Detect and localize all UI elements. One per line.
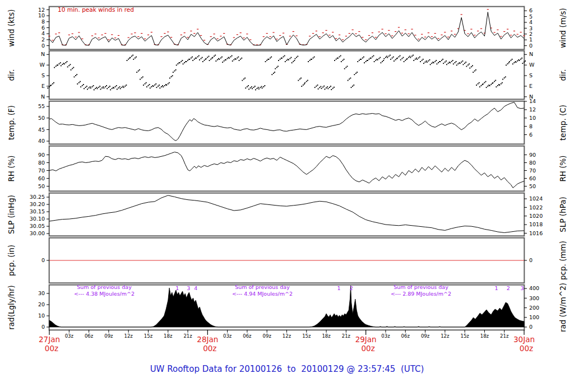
time-axis: 03z06z09z12z15z18z21z03z06z09z12z15z18z2… xyxy=(39,330,535,353)
ytick-right-temp: 10 xyxy=(529,115,536,121)
ytick-left-pcp: 0 xyxy=(41,257,45,263)
hour-tick-label: 18z xyxy=(480,333,489,339)
hour-tick-label: 03z xyxy=(65,333,74,339)
day-label-hour: 00z xyxy=(203,344,216,353)
page-title: UW Rooftop Data for 20100126 to 20100129… xyxy=(150,364,424,374)
hour-tick-label: 15z xyxy=(460,333,469,339)
ytick-left-slp: 30.10 xyxy=(30,216,45,222)
hour-tick-label: 21z xyxy=(342,333,351,339)
axis-title-temp-c: temp. (C) xyxy=(558,105,567,141)
panel-slp: 30.0030.0530.1030.1530.2030.251016101810… xyxy=(30,193,543,236)
radiation-sum-day2: Sum of previous day <--- 4.94 MJoules/m^… xyxy=(232,284,293,297)
day-label: 28Jan xyxy=(197,335,218,344)
hour-tick-label: 09z xyxy=(263,333,272,339)
hour-tick-label: 18z xyxy=(322,333,331,339)
day-label-hour: 00z xyxy=(45,344,58,353)
sum-line1: Sum of previous day xyxy=(394,284,448,290)
ytick-right-slp: 1018 xyxy=(529,221,543,227)
ytick-right-wind: 2 xyxy=(529,31,533,37)
axis-title-slp-hpa: SLP (hPa) xyxy=(558,197,567,232)
ytick-left-temp: 40 xyxy=(38,138,45,144)
ytick-left-rh: 60 xyxy=(38,175,45,181)
hour-tick-label: 09z xyxy=(104,333,113,339)
day-label: 30Jan xyxy=(513,335,535,344)
axis-title-rad-lgly: rad(Lgly/hr) xyxy=(7,285,16,329)
ytick-left-slp: 30.15 xyxy=(30,208,45,214)
hour-tick-label: 06z xyxy=(401,333,410,339)
ytick-right-wind: 0 xyxy=(529,43,533,49)
ytick-right-temp: 8 xyxy=(529,123,533,129)
ytick-right-dir: N xyxy=(529,51,533,57)
panel-temp: 4045505568101214 xyxy=(38,98,536,144)
flag-number: 3 xyxy=(187,285,190,291)
ytick-right-wind: 1 xyxy=(529,36,533,43)
ytick-right-rh: 70 xyxy=(529,167,536,174)
day-label-hour: 00z xyxy=(520,344,533,353)
radiation-sum-day3: Sum of previous day <--- 2.89 MJoules/m^… xyxy=(391,284,451,297)
ytick-right-slp: 1020 xyxy=(529,213,543,219)
ytick-right-rh: 90 xyxy=(529,152,536,158)
axis-title-dir-right: dir. xyxy=(558,69,567,81)
hour-tick-label: 12z xyxy=(441,333,450,339)
ytick-right-slp: 1016 xyxy=(529,230,543,236)
hour-tick-label: 12z xyxy=(283,333,291,339)
ytick-right-pcp: 0 xyxy=(529,257,533,263)
axis-title-dir-left: dir. xyxy=(7,69,16,81)
flag-number: 1 xyxy=(337,285,340,291)
ytick-right-slp: 1024 xyxy=(529,195,543,202)
flag-number: 4 xyxy=(194,285,197,291)
ytick-left-rh: 50 xyxy=(38,183,45,189)
ytick-right-dir: S xyxy=(529,72,533,78)
hour-tick-label: 03z xyxy=(381,333,390,339)
radiation-sum-day1: Sum of previous day <--- 4.38 MJoules/m^… xyxy=(74,284,135,297)
axis-title-wind-kts: wind (kts) xyxy=(7,10,16,47)
flag-number: 2 xyxy=(507,285,510,291)
ytick-left-wind: 0 xyxy=(41,43,45,49)
ytick-right-dir: E xyxy=(529,83,533,89)
sum-line1: Sum of previous day xyxy=(77,284,132,290)
ytick-left-rad: 30 xyxy=(38,290,45,296)
ytick-left-dir: S xyxy=(41,72,45,78)
flag-number: 1 xyxy=(495,285,498,291)
ytick-left-temp: 50 xyxy=(38,115,45,121)
day-label: 29Jan xyxy=(355,335,377,344)
axis-title-pcp-in: pcp. (in) xyxy=(7,245,16,276)
ytick-left-wind: 4 xyxy=(41,30,45,36)
ytick-right-temp: 6 xyxy=(529,132,533,138)
ytick-left-dir: E xyxy=(41,83,45,89)
ytick-right-rad: 100 xyxy=(529,314,539,320)
ytick-left-dir: N xyxy=(41,94,45,100)
hour-tick-label: 15z xyxy=(302,333,311,339)
ytick-right-wind: 3 xyxy=(529,25,533,31)
ytick-left-wind: 10 xyxy=(38,12,45,18)
ytick-left-rad: 0 xyxy=(41,324,45,330)
hour-tick-label: 06z xyxy=(85,333,94,339)
ytick-right-rad: 200 xyxy=(529,305,539,311)
hour-tick-label: 18z xyxy=(164,333,173,339)
hour-tick-label: 06z xyxy=(243,333,252,339)
peak-winds-note: 10 min. peak winds in red xyxy=(58,6,134,13)
hour-tick-label: 21z xyxy=(183,333,192,339)
axis-title-temp-f: temp. (F) xyxy=(7,105,16,140)
ytick-left-rad: 20 xyxy=(38,301,45,307)
ytick-right-rh: 80 xyxy=(529,160,536,166)
ytick-right-dir: W xyxy=(529,62,535,68)
ytick-right-rh: 60 xyxy=(529,175,536,181)
ytick-left-wind: 2 xyxy=(41,36,45,43)
ytick-right-temp: 12 xyxy=(529,106,536,113)
hour-tick-label: 12z xyxy=(124,333,133,339)
axis-title-pcp-mm: pcp. (mm) xyxy=(558,241,567,280)
panel-pcp: 00 xyxy=(41,238,533,283)
ytick-left-slp: 30.20 xyxy=(30,201,45,207)
meteorogram-plot: 0246810120123456NWSENNWSEN40455055681012… xyxy=(0,0,574,392)
hour-tick-label: 15z xyxy=(144,333,153,339)
ytick-left-wind: 8 xyxy=(41,18,45,25)
sum-line1: Sum of previous day xyxy=(235,284,290,290)
ytick-right-rad: 400 xyxy=(529,285,539,291)
axis-title-slp-inhg: SLP (inHg) xyxy=(7,195,16,234)
ytick-left-wind: 12 xyxy=(38,7,45,13)
ytick-left-temp: 45 xyxy=(38,127,45,133)
panel-rh: 50607080905060708090 xyxy=(38,146,536,191)
axis-title-rh-left: RH (%) xyxy=(7,155,16,181)
day-label: 27Jan xyxy=(39,335,60,344)
